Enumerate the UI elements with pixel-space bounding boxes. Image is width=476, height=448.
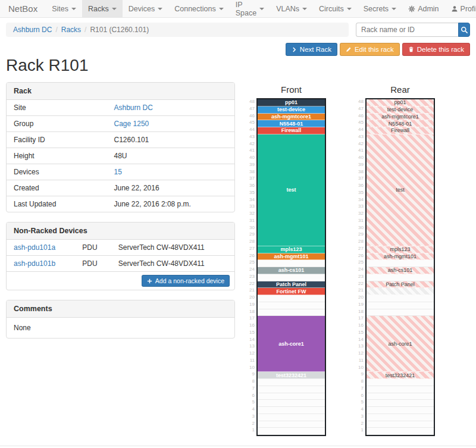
unit-number: 2 — [248, 420, 256, 427]
rack-attr-row-site: SiteAshburn DC — [7, 100, 234, 116]
nav-item-sites[interactable]: Sites — [46, 0, 82, 17]
search-input[interactable] — [356, 23, 458, 37]
rack-device-ash-mgmt101[interactable]: ash-mgmt101 — [367, 253, 434, 261]
nav-item-connections[interactable]: Connections — [168, 0, 230, 17]
rack-device-fortinet-fw[interactable]: Fortinet FW — [258, 288, 325, 295]
rack-device-test3232421[interactable]: test3232421 — [258, 372, 325, 379]
rack-device-test-device[interactable]: test-device — [258, 106, 325, 114]
navbar-items: SitesRacksDevicesConnectionsIP SpaceVLAN… — [46, 0, 402, 17]
unit-number: 18 — [248, 308, 256, 315]
rack-front-title: Front — [256, 84, 326, 95]
rack-device-firewall[interactable]: Firewall — [367, 127, 434, 134]
attr-value: C1260.101 — [114, 136, 149, 144]
rack-device-mpls123[interactable]: mpls123 — [367, 246, 434, 253]
unit-number: 34 — [248, 196, 256, 203]
non-racked-panel-title: Non-Racked Devices — [7, 223, 234, 240]
attr-value[interactable]: 15 — [114, 168, 122, 176]
nav-item-circuits[interactable]: Circuits — [313, 0, 358, 17]
unit-number: 48 — [357, 98, 365, 105]
rack-rear-body: pp01test-deviceash-mgmtcore1N5548-01Fire… — [365, 98, 435, 436]
breadcrumb-item-ashburn-dc[interactable]: Ashburn DC — [13, 26, 52, 34]
unit-number: 6 — [357, 392, 365, 399]
rack-device-ash-core1[interactable]: ash-core1 — [258, 316, 325, 372]
comments-panel: Comments None — [6, 300, 235, 339]
nav-item-label: Sites — [52, 5, 68, 13]
unit-number: 11 — [357, 357, 365, 364]
rack-device-ash-cs101[interactable]: ash-cs101 — [367, 267, 434, 274]
unit-number: 17 — [248, 315, 256, 322]
unit-number: 8 — [357, 378, 365, 385]
nav-item-vlans[interactable]: VLANs — [270, 0, 313, 17]
nav-item-secrets[interactable]: Secrets — [358, 0, 402, 17]
unit-number: 15 — [248, 329, 256, 336]
unit-number: 25 — [357, 259, 365, 266]
non-racked-footer: Add a non-racked device — [7, 271, 234, 290]
unit-number: 8 — [248, 378, 256, 385]
attr-value: June 22, 2016 2:08 p.m. — [114, 200, 191, 208]
next-rack-button[interactable]: Next Rack — [286, 43, 337, 56]
search-button[interactable] — [458, 23, 470, 37]
unit-number: 43 — [357, 133, 365, 140]
rack-device-patch-panel[interactable]: Patch Panel — [367, 281, 434, 289]
rack-device-n5548-01[interactable]: N5548-01 — [258, 120, 325, 127]
rack-device-ash-mgmt101[interactable]: ash-mgmt101 — [258, 253, 325, 261]
nav-item-profile[interactable]: Profile — [445, 0, 476, 17]
nav-item-devices[interactable]: Devices — [123, 0, 168, 17]
rack-device-label: Fortinet FW — [277, 289, 306, 295]
rack-device-label: test3232421 — [276, 372, 306, 378]
breadcrumb-item-r101-c1260-101-: R101 (C1260.101) — [90, 26, 149, 34]
nav-item-ip-space[interactable]: IP Space — [230, 0, 270, 17]
rack-device-ash-core1[interactable]: ash-core1 — [367, 316, 434, 372]
netbox-brand[interactable]: NetBox — [0, 0, 46, 17]
rack-device-ash-cs101[interactable]: ash-cs101 — [258, 267, 325, 274]
device-name-link[interactable]: ash-pdu101b — [14, 259, 55, 268]
trash-icon — [408, 46, 414, 52]
rack-device-label: ash-mgmt101 — [384, 253, 416, 259]
rack-device-test[interactable]: test — [367, 134, 434, 246]
nav-item-admin[interactable]: Admin — [402, 0, 444, 17]
rack-device-pp01[interactable]: pp01 — [367, 99, 434, 106]
rack-device-test-device[interactable]: test-device — [367, 106, 434, 114]
rack-device-pp01[interactable]: pp01 — [258, 99, 325, 106]
rack-device-mpls123[interactable]: mpls123 — [258, 246, 325, 253]
rack-device-firewall[interactable]: Firewall — [258, 127, 325, 134]
rack-attr-row-devices: Devices15 — [7, 164, 234, 180]
rack-unit-empty — [367, 302, 434, 309]
attr-value[interactable]: Cage 1250 — [114, 120, 149, 128]
nav-item-racks[interactable]: Racks — [82, 0, 123, 17]
rack-device-label: pp01 — [394, 99, 406, 105]
unit-number: 29 — [357, 231, 365, 238]
rack-device-ash-mgmtcore1[interactable]: ash-mgmtcore1 — [367, 114, 434, 121]
rack-unit-empty — [367, 379, 434, 386]
add-non-racked-device-button[interactable]: Add a non-racked device — [142, 275, 230, 287]
breadcrumb: Ashburn DC/Racks/R101 (C1260.101) — [6, 23, 349, 37]
rack-unit-empty — [258, 379, 325, 386]
chevron-down-icon — [219, 8, 224, 10]
non-racked-rows: ash-pdu101aPDUServerTech CW-48VDX411ash-… — [7, 240, 234, 271]
attr-label: Group — [7, 116, 107, 132]
unit-number: 41 — [357, 147, 365, 154]
rack-rear-unit-numbers: 4847464544434241403938373635343332313029… — [357, 98, 365, 436]
nav-item-label: Admin — [418, 5, 439, 13]
device-name-link[interactable]: ash-pdu101a — [14, 243, 55, 252]
attr-value[interactable]: Ashburn DC — [114, 104, 153, 112]
edit-this-rack-button[interactable]: Edit this rack — [340, 43, 400, 56]
rack-device-label: ash-core1 — [388, 341, 412, 347]
unit-number: 31 — [248, 217, 256, 224]
rack-device-patch-panel[interactable]: Patch Panel — [258, 281, 325, 289]
delete-this-rack-button[interactable]: Delete this rack — [402, 43, 470, 56]
rack-device-n5548-01[interactable]: N5548-01 — [367, 120, 434, 127]
attr-label: Created — [7, 180, 107, 196]
unit-number: 46 — [357, 112, 365, 120]
rack-device-label: ash-core1 — [278, 341, 304, 347]
breadcrumb-item-racks[interactable]: Racks — [61, 26, 81, 34]
rack-unit-empty — [258, 274, 325, 281]
unit-number: 25 — [248, 259, 256, 266]
rack-unit-empty — [367, 295, 434, 302]
rack-panel-title: Rack — [7, 83, 234, 100]
unit-number: 4 — [357, 406, 365, 413]
rack-device-test[interactable]: test — [258, 134, 325, 246]
rack-device-test3232421[interactable]: test3232421 — [367, 372, 434, 379]
non-racked-device-row: ash-pdu101bPDUServerTech CW-48VDX411 — [7, 256, 234, 272]
rack-device-ash-mgmtcore1[interactable]: ash-mgmtcore1 — [258, 114, 325, 121]
